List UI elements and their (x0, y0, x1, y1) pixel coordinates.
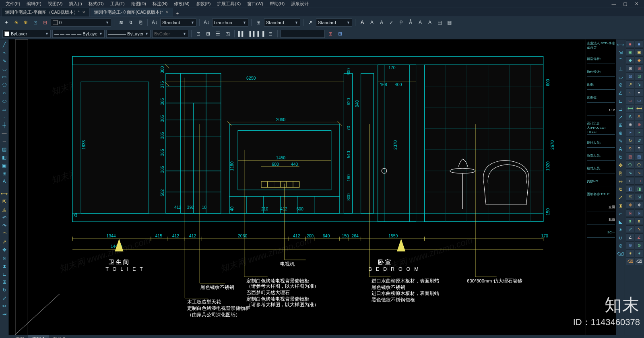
layer-states-icon[interactable]: ✦ (2, 19, 10, 27)
move2-icon[interactable]: ✥ (617, 162, 624, 169)
pal-icon[interactable]: ● (635, 89, 643, 96)
extend-tool[interactable]: ⇥ (1, 311, 8, 318)
layout-prev-icon[interactable]: ◄ (2, 337, 7, 338)
redo-tool[interactable]: ↷ (1, 222, 8, 229)
align-left-icon[interactable]: ▌▌ (237, 30, 246, 38)
copy2-icon[interactable]: ⎘ (617, 170, 624, 177)
pal-icon[interactable]: ⤡ (635, 225, 643, 233)
dim-base-icon[interactable]: ⊏ (617, 97, 624, 105)
menu-tools[interactable]: 工具(T) (107, 1, 128, 7)
pal-icon[interactable]: ⊐ (635, 177, 643, 185)
window-close-icon[interactable]: ✕ (631, 1, 642, 7)
text-a4-icon[interactable]: A (426, 19, 434, 27)
copy-tool[interactable]: ⎘ (1, 254, 8, 262)
pal-icon[interactable]: ⊞ (626, 64, 634, 72)
close-tab-icon[interactable]: ✕ (165, 10, 169, 14)
menu-draw[interactable]: 绘图(D) (128, 1, 149, 7)
lineweight-combo[interactable]: ———— ByLayer▼ (106, 30, 151, 38)
menu-modify[interactable]: 修改(M) (171, 1, 193, 7)
dim-arc-icon[interactable]: ⌒ (617, 57, 624, 64)
mtext-tool[interactable]: A (1, 178, 8, 185)
doc-tab-1[interactable]: 澜园住宅施工-平面图（CAD低版本）* ✕ (2, 8, 90, 16)
plotstyle-combo[interactable]: ByColor▼ (152, 30, 188, 38)
justify-icon[interactable]: ▤ (436, 19, 444, 27)
layout-model[interactable]: 模型 (11, 335, 28, 338)
center-icon[interactable]: ⊕ (617, 130, 624, 137)
xline-tool[interactable]: — (1, 130, 8, 137)
break-icon[interactable]: ⊘ (617, 242, 624, 249)
pal-icon[interactable]: ↗ (626, 80, 634, 88)
pal-icon[interactable]: ↻ (626, 137, 634, 144)
pal-icon[interactable]: ◨ (635, 185, 643, 193)
update-icon[interactable]: ↻ (617, 154, 624, 161)
region-tool[interactable]: ▣ (1, 162, 8, 169)
dim-cont-icon[interactable]: ⊐ (617, 105, 624, 113)
hatch-tool[interactable]: ▨ (1, 146, 8, 153)
freeze-icon[interactable]: ❄ (22, 19, 30, 27)
array-tool[interactable]: ⊞ (1, 278, 8, 286)
chamfer-icon[interactable]: ◣ (617, 218, 624, 225)
dimstyle-combo[interactable]: biaozhun▼ (212, 19, 248, 27)
gradient-tool[interactable]: ◧ (1, 154, 8, 161)
pal-icon[interactable]: ∠ (626, 233, 634, 241)
rotate2-icon[interactable]: ↻ (617, 186, 624, 193)
menu-window[interactable]: 窗口(W) (244, 1, 266, 7)
mirror2-icon[interactable]: ⧗ (617, 202, 624, 209)
pal-icon[interactable]: ↺ (635, 137, 643, 144)
text-a2-icon[interactable]: A (378, 19, 386, 27)
layout-2[interactable]: 布局 2 (49, 335, 69, 338)
dim-radius-icon[interactable]: ◡ (617, 73, 624, 80)
text-scale-icon[interactable]: Å (407, 19, 415, 27)
pal-icon[interactable]: ◧ (626, 185, 634, 193)
mirror-tool[interactable]: ⧗ (1, 262, 8, 270)
circle-tool[interactable]: ○ (1, 89, 8, 97)
menu-dim[interactable]: 标注(N) (149, 1, 171, 7)
pal-icon[interactable]: ⊘ (635, 241, 643, 249)
erase-icon[interactable]: ⌫ (617, 250, 624, 258)
field-icon[interactable]: ▦ (445, 19, 453, 27)
drawing-canvas[interactable]: 知末网 www.znzmo.com 知末网 www.znzmo.com 知末网 … (9, 39, 586, 335)
spellcheck-icon[interactable]: ✓ (387, 19, 395, 27)
pal-icon[interactable]: ⇲ (635, 193, 643, 201)
pal-icon[interactable]: ⊕ (635, 121, 643, 128)
pal-icon[interactable]: ✶ (635, 249, 643, 257)
command-input[interactable] (281, 30, 325, 38)
new-tab-button[interactable]: + (174, 10, 181, 16)
dim-style-icon[interactable]: A↕ (202, 19, 211, 27)
polygon-tool[interactable]: ⬠ (1, 81, 8, 89)
dimtedit-icon[interactable]: A (617, 146, 624, 153)
dim-aligned-tool[interactable]: ⇱ (1, 198, 8, 205)
pal-icon[interactable]: ⟷ (626, 105, 634, 112)
color-combo[interactable]: ByLayer▼ (2, 30, 51, 38)
dimedit-icon[interactable]: ✎ (617, 138, 624, 145)
point-tool[interactable]: · (1, 113, 8, 121)
move-tool[interactable]: ✥ (1, 246, 8, 254)
dim-leader-tool[interactable]: ↗ (1, 238, 8, 245)
polyline-tool[interactable]: ⌁ (1, 49, 8, 56)
layer-prev-icon[interactable]: ⊟ (41, 19, 49, 27)
pal-icon[interactable]: ⇱ (626, 193, 634, 201)
pal-icon[interactable]: ■ (635, 40, 643, 48)
fillet-icon[interactable]: ⌐ (617, 210, 624, 217)
pal-icon[interactable]: ⊏ (626, 177, 634, 185)
layers-icon[interactable]: ≋ (117, 19, 125, 27)
table-style-icon[interactable]: ⊞ (254, 19, 262, 27)
text-a-icon[interactable]: A (368, 19, 376, 27)
block-edit-icon[interactable]: ⊞ (204, 30, 212, 38)
layout-add-button[interactable]: + (69, 336, 80, 338)
menu-file[interactable]: 文件(F) (2, 1, 23, 7)
pal-icon[interactable]: ↘ (635, 80, 643, 88)
pal-icon[interactable]: ○ (626, 89, 634, 96)
menu-param[interactable]: 参数(P) (193, 1, 214, 7)
dim-linear-tool[interactable]: ⟷ (1, 190, 8, 197)
spline-tool[interactable]: ∿ (1, 57, 8, 64)
text-a3-icon[interactable]: A (416, 19, 424, 27)
pal-icon[interactable]: ⟷ (635, 105, 643, 112)
align-center-icon[interactable]: ▐▐ (247, 30, 255, 38)
pal-icon[interactable]: ✶ (626, 249, 634, 257)
copy-layer-icon[interactable]: ⎘ (136, 19, 144, 27)
ellipse-tool[interactable]: ⬭ (1, 97, 8, 105)
pal-icon[interactable]: ✂ (635, 129, 643, 136)
grid-1-icon[interactable]: ⊞ (326, 30, 334, 38)
pal-icon[interactable]: ◆ (626, 56, 634, 64)
